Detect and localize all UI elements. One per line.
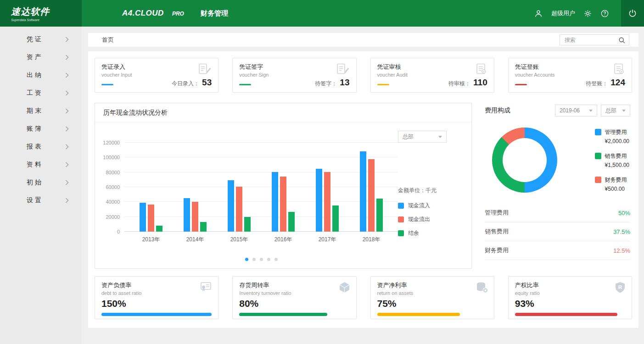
ratio-card-title: 资产净利率 — [377, 281, 487, 289]
chart-pagination — [99, 258, 398, 261]
pagination-dot[interactable] — [252, 258, 256, 261]
chart-legend: 现金流入现金流出结余 — [398, 202, 430, 243]
stat-card-row: 凭证录入voucher Input今日录入：53凭证签字voucher Sign… — [95, 58, 632, 93]
app-header: 速达软件 Superdata Software A4.CLOUD PRO 财务管… — [0, 0, 644, 27]
y-tick-label: 60000 — [106, 184, 120, 190]
expense-period-value: 2019-06 — [560, 107, 580, 114]
chevron-right-icon — [65, 55, 69, 60]
logo-subtitle: Superdata Software — [11, 18, 82, 22]
expense-donut-chart — [492, 128, 557, 193]
expense-legend-item: 管理费用¥2,000.00 — [595, 128, 629, 144]
stat-card-subtitle: voucher Audit — [377, 72, 408, 78]
middle-row: 历年现金流动状况分析 02000040000600008000010000012… — [95, 103, 632, 269]
bar-现金流出 — [280, 177, 286, 232]
pagination-dot[interactable] — [274, 258, 278, 261]
stat-card-title: 凭证录入 — [101, 63, 132, 71]
ratio-card-debt-to-asset: 资产负债率debt to asset ratio150% — [95, 276, 218, 319]
bar-现金流出 — [192, 202, 198, 232]
expense-row: 管理费用50% — [485, 204, 630, 222]
expense-branch-select[interactable]: 总部 — [601, 105, 630, 117]
stat-card-titles: 凭证录入voucher Input — [101, 63, 132, 78]
search-icon[interactable] — [618, 37, 625, 44]
legend-color-swatch — [595, 129, 601, 135]
help-icon[interactable] — [600, 9, 609, 18]
stat-card-top: 凭证登账voucher Accounts — [515, 63, 625, 78]
stat-card-subtitle: voucher Sign — [239, 72, 269, 78]
stat-card-accent-line — [239, 84, 251, 85]
cashflow-chart-card: 历年现金流动状况分析 02000040000600008000010000012… — [95, 103, 472, 269]
pagination-dot[interactable] — [245, 258, 248, 261]
sidebar-item-label: 期 末 — [27, 107, 41, 115]
bar-结余 — [156, 226, 162, 232]
sidebar-item-label: 账 簿 — [27, 125, 41, 133]
sidebar-item-label: 资 产 — [27, 53, 41, 61]
stat-card-subtitle: voucher Input — [101, 72, 132, 78]
app-logo: 速达软件 Superdata Software — [0, 0, 82, 27]
expense-legend-text: 财务费用¥500.00 — [605, 176, 627, 192]
chart-branch-select[interactable]: 总部 — [398, 131, 447, 143]
chart-title: 历年现金流动状况分析 — [103, 109, 168, 117]
x-tick-label: 2018年 — [363, 236, 381, 244]
ratio-card-subtitle: Inventory turnover ratio — [239, 290, 349, 296]
ratio-card-subtitle: debt to asset ratio — [101, 290, 212, 296]
expense-legend-item: 销售费用¥1,500.00 — [595, 152, 629, 168]
stat-card-value: 53 — [202, 78, 212, 87]
sidebar-item-6[interactable]: 账 簿 — [0, 120, 82, 138]
ratio-progress-bar — [515, 313, 617, 316]
sidebar-item-3[interactable]: 出 纳 — [0, 66, 82, 84]
expense-legend-label: 管理费用 — [605, 128, 629, 136]
sidebar-item-9[interactable]: 初 始 — [0, 173, 82, 191]
svg-text:R: R — [618, 284, 622, 290]
x-tick-label: 2017年 — [319, 236, 336, 244]
chart-legend-item: 结余 — [398, 229, 430, 237]
bar-现金流入 — [228, 180, 234, 232]
stat-card-top: 凭证签字voucher Sign — [239, 63, 349, 78]
chart-y-axis: 020000400006000080000100000120000 — [99, 143, 124, 232]
product-badge: PRO — [172, 11, 184, 17]
product-name: A4.CLOUD — [122, 9, 164, 18]
pagination-dot[interactable] — [267, 258, 270, 261]
expense-period-select[interactable]: 2019-06 — [555, 105, 597, 117]
ratio-card-value: 75% — [377, 298, 487, 309]
bar-group-2018年 — [360, 143, 383, 232]
ratio-card-title: 存货周转率 — [239, 281, 349, 289]
bar-group-2014年 — [184, 143, 207, 232]
stat-card-voucher-input[interactable]: 凭证录入voucher Input今日录入：53 — [95, 58, 218, 93]
ratio-progress-track — [239, 313, 349, 316]
logout-power-button[interactable] — [621, 0, 644, 27]
stat-card-voucher-sign[interactable]: 凭证签字voucher Sign待签字：13 — [232, 58, 356, 93]
stat-card-label: 今日录入： — [172, 80, 199, 87]
expense-branch-value: 总部 — [605, 107, 616, 115]
username[interactable]: 超级用户 — [551, 9, 575, 17]
expense-legend-text: 管理费用¥2,000.00 — [605, 128, 629, 144]
ratio-card-value: 150% — [101, 298, 212, 309]
stat-card-subtitle: voucher Accounts — [515, 72, 555, 78]
breadcrumb-bar: 首页 — [88, 33, 638, 47]
user-icon[interactable] — [534, 9, 543, 18]
bar-结余 — [288, 212, 295, 232]
sidebar-item-label: 设 置 — [27, 196, 41, 205]
expense-legend-text: 销售费用¥1,500.00 — [605, 152, 629, 168]
settings-gear-icon[interactable] — [583, 9, 592, 18]
stat-card-title: 凭证签字 — [239, 63, 269, 71]
chevron-right-icon — [65, 126, 69, 132]
sidebar-menu: 凭 证资 产出 纳工 资期 末账 簿报 表资 料初 始设 置 — [0, 30, 82, 209]
x-tick-label: 2014年 — [186, 236, 204, 244]
sidebar-item-7[interactable]: 报 表 — [0, 138, 82, 155]
sidebar-item-4[interactable]: 工 资 — [0, 84, 82, 102]
chart-plot — [124, 143, 398, 232]
pagination-dot[interactable] — [260, 258, 263, 261]
sidebar-item-8[interactable]: 资 料 — [0, 155, 82, 173]
search-box[interactable] — [560, 34, 629, 45]
stat-card-voucher-audit[interactable]: 凭证审核voucher Audit待审核：110 — [370, 58, 494, 93]
sidebar-item-1[interactable]: 凭 证 — [0, 30, 82, 48]
sidebar-item-10[interactable]: 设 置 — [0, 191, 82, 209]
breadcrumb-home-tab[interactable]: 首页 — [102, 36, 114, 44]
bar-现金流出 — [368, 159, 375, 232]
bar-结余 — [244, 217, 251, 232]
stat-card-voucher-accounts[interactable]: 凭证登账voucher Accounts待登账：124 — [508, 58, 632, 93]
sidebar-item-5[interactable]: 期 末 — [0, 102, 82, 120]
sidebar-item-2[interactable]: 资 产 — [0, 48, 82, 66]
search-input[interactable] — [564, 36, 618, 44]
expense-legend-amount: ¥500.00 — [605, 186, 627, 192]
